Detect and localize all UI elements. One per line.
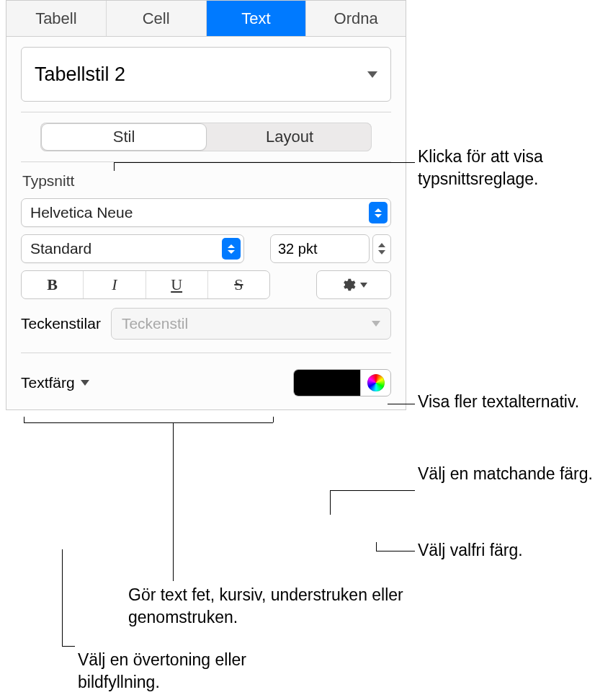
leader-line [388,404,415,404]
font-weight-popup[interactable]: Standard [21,234,244,263]
subtab-stil[interactable]: Stil [42,124,206,150]
chevron-down-icon [378,250,385,254]
leader-line [24,422,273,423]
updown-icon [222,238,241,260]
callout-font-controls: Klicka för att visa typsnittsreglage. [418,146,598,190]
callout-match-color: Välj en matchande färg. [418,463,598,485]
color-wheel-icon [367,374,385,391]
leader-line [62,549,63,646]
inspector-panel: Tabell Cell Text Ordna Tabellstil 2 Stil… [6,0,406,410]
font-size-stepper[interactable] [372,234,391,263]
character-styles-label: Teckenstilar [21,315,101,332]
leader-line [62,646,75,647]
inspector-tabs: Tabell Cell Text Ordna [6,1,406,37]
tab-ordna[interactable]: Ordna [305,1,406,36]
chevron-down-icon [360,283,367,288]
callout-any-color: Välj valfri färg. [418,539,598,562]
color-wheel-button[interactable] [360,370,390,396]
more-text-options-button[interactable] [316,270,391,299]
tab-cell[interactable]: Cell [106,1,206,36]
divider [21,112,391,112]
color-swatch[interactable] [294,370,360,396]
chevron-down-icon [81,380,89,386]
font-family-popup[interactable]: Helvetica Neue [21,198,391,227]
font-size-field[interactable]: 32 pkt [270,234,370,263]
text-color-popup[interactable]: Textfärg [21,374,89,391]
style-layout-segmented: Stil Layout [40,123,372,151]
strikethrough-button[interactable]: S [207,271,269,298]
leader-line [173,422,174,581]
character-style-popup[interactable]: Teckenstil [111,308,391,340]
leader-line [330,490,331,515]
underline-button[interactable]: U [146,271,207,298]
leader-line [114,162,115,171]
font-family-value: Helvetica Neue [30,204,133,221]
callout-more-options: Visa fler textalternativ. [418,391,598,413]
text-style-segmented: B I U S [21,270,270,299]
tab-text[interactable]: Text [206,1,306,36]
font-weight-value: Standard [30,240,91,257]
updown-icon [369,202,388,223]
font-section-label: Typsnitt [22,172,391,190]
text-color-label: Textfärg [21,374,75,391]
font-size-value: 32 pkt [278,241,317,257]
paragraph-style-value: Tabellstil 2 [35,63,125,86]
leader-line [376,542,377,551]
chevron-up-icon [378,243,385,247]
text-color-controls [293,369,391,396]
leader-line [376,551,415,551]
leader-line [330,490,415,491]
subtab-layout[interactable]: Layout [207,123,372,151]
bold-button[interactable]: B [22,271,83,298]
leader-line [273,417,274,422]
callout-bius: Gör text fet, kursiv, understruken eller… [128,584,416,629]
divider [21,353,391,353]
chevron-down-icon [367,71,377,78]
tab-tabell[interactable]: Tabell [6,1,106,36]
leader-line [24,417,24,422]
leader-line [114,162,415,163]
gear-icon [340,277,356,293]
character-style-placeholder: Teckenstil [122,315,188,332]
chevron-down-icon [372,321,380,327]
italic-button[interactable]: I [83,271,145,298]
paragraph-style-dropdown[interactable]: Tabellstil 2 [21,47,391,102]
callout-gradient: Välj en övertoning eller bildfyllning. [78,649,294,694]
